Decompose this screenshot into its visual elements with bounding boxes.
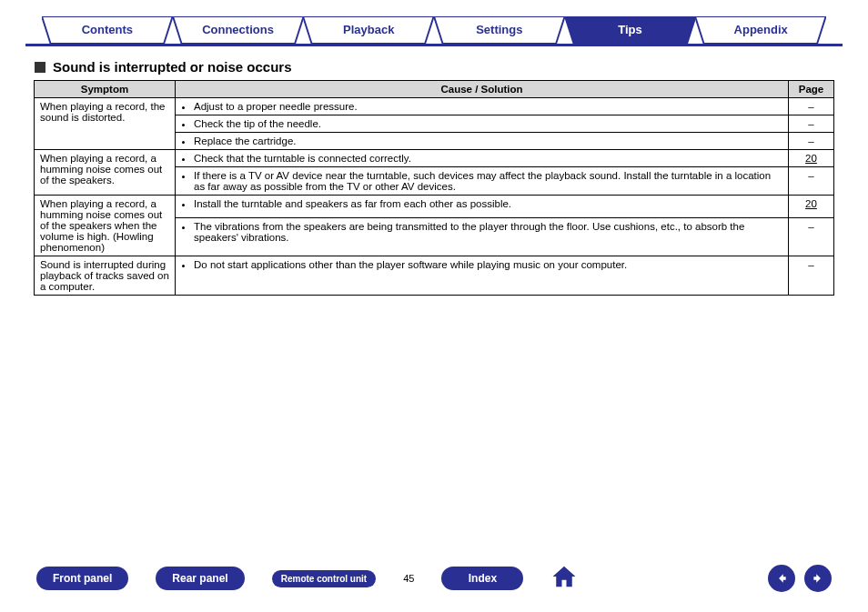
th-cause: Cause / Solution	[176, 81, 789, 98]
table-row: When playing a record, a humming noise c…	[35, 196, 834, 218]
page-cell: –	[789, 256, 834, 296]
troubleshooting-table: Symptom Cause / Solution Page When playi…	[34, 80, 834, 296]
th-symptom: Symptom	[35, 81, 176, 98]
tab-tips[interactable]: Tips	[565, 16, 696, 44]
table-row: When playing a record, a humming noise c…	[35, 150, 834, 167]
solution-text: Check that the turntable is connected co…	[194, 153, 782, 164]
tab-appendix[interactable]: Appendix	[695, 16, 826, 44]
solution-text: The vibrations from the speakers are bei…	[194, 221, 782, 243]
tab-settings[interactable]: Settings	[434, 16, 565, 44]
solution-cell: Check the tip of the needle.	[176, 115, 789, 133]
heading-text: Sound is interrupted or noise occurs	[53, 59, 292, 75]
solution-cell: Install the turntable and speakers as fa…	[176, 196, 789, 218]
bottom-nav: Front panel Rear panel Remote control un…	[0, 563, 868, 594]
page-cell: –	[789, 133, 834, 150]
arrow-right-icon	[812, 572, 824, 585]
symptom-cell: When playing a record, a humming noise c…	[35, 196, 176, 256]
rear-panel-button[interactable]: Rear panel	[156, 567, 244, 590]
square-bullet-icon	[35, 62, 45, 73]
section-heading: Sound is interrupted or noise occurs	[35, 59, 843, 75]
solution-text: If there is a TV or AV device near the t…	[194, 170, 782, 192]
prev-page-button[interactable]	[768, 565, 795, 592]
solution-cell: If there is a TV or AV device near the t…	[176, 167, 789, 196]
solution-text: Adjust to a proper needle pressure.	[194, 101, 782, 112]
solution-text: Install the turntable and speakers as fa…	[194, 198, 782, 209]
remote-control-button[interactable]: Remote control unit	[272, 570, 376, 587]
solution-cell: Do not start applications other than the…	[176, 256, 789, 296]
page-link[interactable]: 20	[805, 198, 817, 209]
page-cell: –	[789, 98, 834, 115]
page-cell: –	[789, 218, 834, 256]
page-number: 45	[403, 573, 414, 584]
solution-cell: The vibrations from the speakers are bei…	[176, 218, 789, 256]
page-cell: –	[789, 115, 834, 133]
page-cell: 20	[789, 150, 834, 167]
th-page: Page	[789, 81, 834, 98]
symptom-cell: When playing a record, the sound is dist…	[35, 98, 176, 150]
top-tabs: ContentsConnectionsPlaybackSettingsTipsA…	[25, 16, 843, 46]
page-cell: 20	[789, 196, 834, 218]
solution-text: Replace the cartridge.	[194, 135, 782, 146]
symptom-cell: Sound is interrupted during playback of …	[35, 256, 176, 296]
symptom-cell: When playing a record, a humming noise c…	[35, 150, 176, 196]
solution-cell: Replace the cartridge.	[176, 133, 789, 150]
page-link[interactable]: 20	[805, 153, 817, 164]
tab-playback[interactable]: Playback	[303, 16, 434, 44]
front-panel-button[interactable]: Front panel	[36, 567, 128, 590]
solution-cell: Check that the turntable is connected co…	[176, 150, 789, 167]
index-button[interactable]: Index	[441, 567, 523, 590]
solution-cell: Adjust to a proper needle pressure.	[176, 98, 789, 115]
arrow-left-icon	[775, 572, 788, 585]
solution-text: Check the tip of the needle.	[194, 118, 782, 129]
home-icon[interactable]	[550, 563, 578, 594]
table-row: When playing a record, the sound is dist…	[35, 98, 834, 115]
solution-text: Do not start applications other than the…	[194, 259, 782, 270]
next-page-button[interactable]	[804, 565, 832, 592]
tab-contents[interactable]: Contents	[42, 16, 173, 44]
table-row: Sound is interrupted during playback of …	[35, 256, 834, 296]
page-cell: –	[789, 167, 834, 196]
tab-connections[interactable]: Connections	[173, 16, 304, 44]
